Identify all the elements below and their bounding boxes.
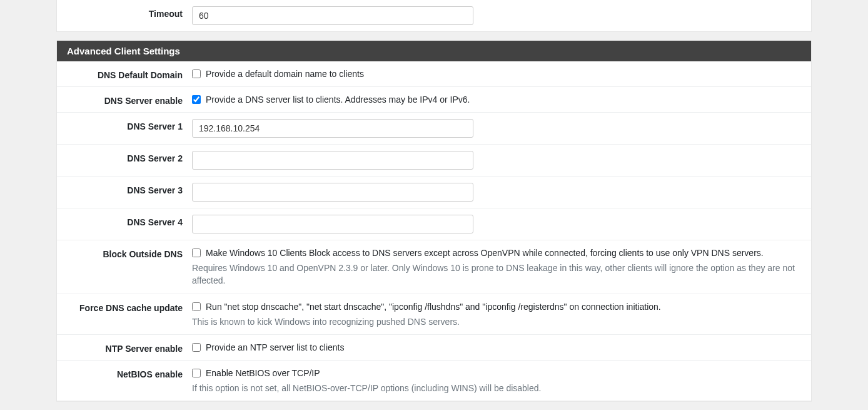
- force-dns-cache-update-checkbox[interactable]: [192, 302, 201, 311]
- force-dns-cache-update-text: Run "net stop dnscache", "net start dnsc…: [206, 302, 661, 312]
- timeout-input[interactable]: [192, 6, 473, 25]
- dns-server-4-row: DNS Server 4: [57, 208, 811, 240]
- dns-server-1-label: DNS Server 1: [67, 119, 192, 131]
- dns-server-4-input[interactable]: [192, 215, 473, 233]
- netbios-enable-checkbox[interactable]: [192, 369, 201, 377]
- dns-default-domain-text: Provide a default domain name to clients: [206, 69, 364, 79]
- dns-server-2-label: DNS Server 2: [67, 151, 192, 163]
- ntp-server-enable-text: Provide an NTP server list to clients: [206, 342, 345, 352]
- ntp-server-enable-label: NTP Server enable: [67, 341, 192, 354]
- block-outside-dns-text: Make Windows 10 Clients Block access to …: [206, 248, 764, 258]
- dns-server-3-row: DNS Server 3: [57, 176, 811, 208]
- block-outside-dns-checkbox[interactable]: [192, 249, 201, 257]
- dns-server-2-row: DNS Server 2: [57, 144, 811, 176]
- block-outside-dns-help: Requires Windows 10 and OpenVPN 2.3.9 or…: [192, 262, 801, 287]
- dns-server-1-input[interactable]: [192, 119, 473, 138]
- ping-settings-panel: Timeout: [56, 0, 812, 32]
- force-dns-cache-update-help: This is known to kick Windows into recog…: [192, 315, 801, 328]
- dns-server-1-row: DNS Server 1: [57, 112, 811, 144]
- netbios-enable-help: If this option is not set, all NetBIOS-o…: [192, 382, 801, 394]
- dns-server-enable-label: DNS Server enable: [67, 93, 192, 106]
- block-outside-dns-row: Block Outside DNS Make Windows 10 Client…: [57, 240, 811, 294]
- force-dns-cache-update-label: Force DNS cache update: [67, 300, 192, 313]
- netbios-enable-row: NetBIOS enable Enable NetBIOS over TCP/I…: [57, 360, 811, 401]
- dns-default-domain-row: DNS Default Domain Provide a default dom…: [57, 61, 811, 86]
- block-outside-dns-label: Block Outside DNS: [67, 247, 192, 259]
- netbios-enable-text: Enable NetBIOS over TCP/IP: [206, 368, 320, 378]
- dns-server-enable-row: DNS Server enable Provide a DNS server l…: [57, 86, 811, 112]
- dns-server-enable-checkbox[interactable]: [192, 95, 201, 104]
- timeout-row: Timeout: [57, 0, 811, 31]
- force-dns-cache-update-row: Force DNS cache update Run "net stop dns…: [57, 294, 811, 334]
- dns-server-2-input[interactable]: [192, 151, 473, 170]
- dns-server-enable-text: Provide a DNS server list to clients. Ad…: [206, 95, 470, 105]
- dns-server-3-input[interactable]: [192, 183, 473, 202]
- dns-default-domain-checkbox[interactable]: [192, 69, 201, 78]
- ntp-server-enable-checkbox[interactable]: [192, 343, 201, 352]
- dns-server-4-label: DNS Server 4: [67, 215, 192, 227]
- netbios-enable-label: NetBIOS enable: [67, 367, 192, 379]
- dns-server-3-label: DNS Server 3: [67, 183, 192, 195]
- timeout-label: Timeout: [67, 6, 192, 19]
- advanced-client-settings-header: Advanced Client Settings: [57, 41, 811, 61]
- ntp-server-enable-row: NTP Server enable Provide an NTP server …: [57, 334, 811, 360]
- dns-default-domain-label: DNS Default Domain: [67, 68, 192, 80]
- advanced-client-settings-panel: Advanced Client Settings DNS Default Dom…: [56, 41, 812, 401]
